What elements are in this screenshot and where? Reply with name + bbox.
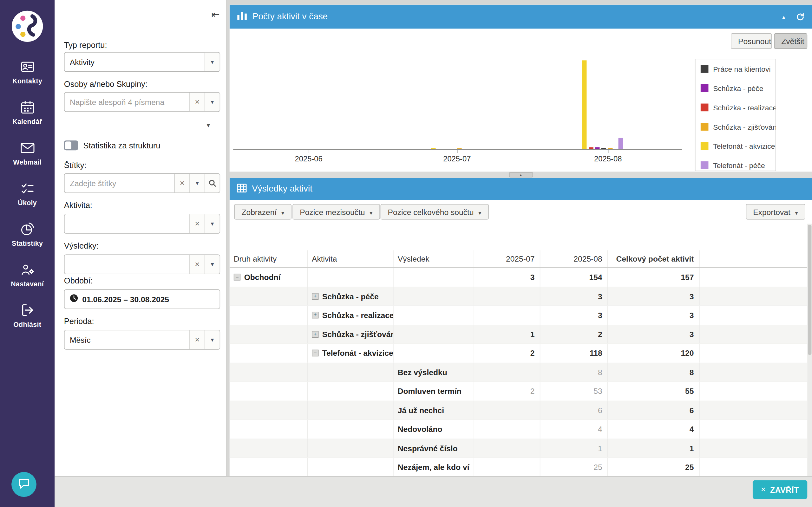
cell-filler (700, 363, 808, 382)
legend-item[interactable]: Telefonát - akvizice (695, 136, 775, 156)
legend-item[interactable]: Práce na klientovi (695, 59, 775, 79)
collapse-panel-icon[interactable]: ⇤ (211, 8, 219, 20)
sidebar-item-webmail[interactable]: Webmail (0, 132, 55, 173)
results-input[interactable] (64, 260, 190, 269)
splitter-collapse-icon[interactable]: ▴ (509, 172, 533, 177)
cell-druh-aktivity: −Obchodní (230, 268, 308, 286)
clear-icon[interactable]: × (190, 255, 205, 274)
column-header[interactable]: 2025-08 (540, 250, 608, 267)
cell-aktivita (308, 401, 394, 419)
statistiky-icon (20, 220, 35, 237)
row-label: Schůzka - realizace (322, 311, 394, 320)
collapse-row-icon[interactable]: − (234, 274, 240, 281)
chevron-down-icon[interactable]: ▾ (205, 93, 220, 111)
cell-2025-08: 3 (540, 306, 608, 324)
app-logo[interactable] (11, 10, 43, 42)
sidebar-item-statistiky[interactable]: Statistiky (0, 213, 55, 254)
footer-bar: × ZAVŘÍT (55, 476, 812, 507)
cell-2025-07: 2 (474, 382, 540, 400)
pan-button[interactable]: Posunout (731, 33, 772, 49)
table-row: Nesprávné číslo11 (230, 439, 808, 458)
collapse-row-icon[interactable]: − (312, 350, 318, 356)
panel-splitter[interactable]: ▴ (230, 172, 812, 178)
table-row: +Schůzka - realizace33 (230, 306, 808, 325)
cell-druh-aktivity (230, 306, 308, 324)
view-dropdown-button[interactable]: Zobrazení▾ (234, 204, 291, 219)
cell-aktivita (308, 439, 394, 457)
close-button[interactable]: × ZAVŘÍT (753, 481, 808, 499)
cell-2025-08: 6 (540, 401, 608, 419)
column-header[interactable]: Celkový počet aktivit (608, 250, 700, 267)
refresh-icon[interactable] (796, 12, 805, 21)
chevron-down-icon[interactable]: ▾ (205, 330, 220, 349)
clear-icon[interactable]: × (174, 174, 190, 192)
report-type-select[interactable]: Aktivity ▾ (64, 52, 220, 72)
persons-field: × ▾ (64, 92, 220, 112)
sidebar-item-kalendar[interactable]: Kalendář (0, 92, 55, 132)
chevron-down-icon: ▾ (478, 210, 481, 216)
collapse-chart-icon[interactable]: ▴ (782, 13, 786, 20)
cell-filler (700, 458, 808, 476)
clear-icon[interactable]: × (190, 330, 205, 349)
clear-icon[interactable]: × (190, 93, 205, 111)
report-type-value: Aktivity (64, 57, 204, 66)
expand-row-icon[interactable]: + (312, 331, 318, 337)
sidebar-item-kontakty[interactable]: Kontakty (0, 51, 55, 92)
sidebar-item-ukoly[interactable]: Úkoly (0, 173, 55, 213)
search-icon[interactable] (205, 174, 220, 192)
cell-2025-07 (474, 306, 540, 324)
cell-2025-07 (474, 420, 540, 438)
row-label: Nezájem, ale kdo ví (398, 463, 470, 471)
column-header[interactable]: Druh aktivity (230, 250, 308, 267)
column-header[interactable]: Výsledek (394, 250, 474, 267)
scrollbar-thumb[interactable] (808, 225, 811, 355)
legend-item[interactable]: Telefonát - péče (695, 156, 775, 171)
legend-swatch (701, 65, 709, 73)
tags-input[interactable] (64, 179, 174, 188)
odhlasit-icon (20, 301, 35, 318)
chevron-down-icon[interactable]: ▾ (205, 53, 220, 71)
date-range-value: 01.06.2025 – 30.08.2025 (82, 295, 169, 304)
chat-button[interactable] (11, 472, 37, 497)
axis-tick (457, 149, 458, 153)
cell-druh-aktivity (230, 344, 308, 362)
activity-field: × ▾ (64, 214, 220, 233)
perioda-value: Měsíc (64, 335, 190, 344)
vertical-scrollbar[interactable] (807, 224, 812, 476)
sidebar-item-odhlasit[interactable]: Odhlásit (0, 294, 55, 335)
perioda-select[interactable]: Měsíc × ▾ (64, 330, 220, 349)
legend-item[interactable]: Schůzka - péče (695, 79, 775, 98)
legend-item[interactable]: Schůzka - zjišťování (695, 117, 775, 136)
date-range-picker[interactable]: 01.06.2025 – 30.08.2025 (64, 289, 220, 309)
chevron-down-icon[interactable]: ▾ (205, 255, 220, 274)
activity-label: Aktivita: (64, 201, 92, 210)
chevron-down-icon[interactable]: ▾ (190, 174, 205, 192)
column-header[interactable]: Aktivita (308, 250, 394, 267)
legend-item[interactable]: Schůzka - realizace (695, 98, 775, 117)
clear-icon[interactable]: × (190, 214, 205, 233)
cell-2025-07: 1 (474, 325, 540, 343)
cell-2025-07 (474, 401, 540, 419)
expand-filters-icon[interactable]: ▾ (207, 121, 210, 129)
cell-druh-aktivity (230, 382, 308, 400)
legend-label: Telefonát - péče (713, 161, 765, 169)
cell-aktivita (308, 420, 394, 438)
structure-statistics-label: Statistika za strukturu (84, 141, 161, 150)
structure-statistics-toggle[interactable] (64, 140, 78, 150)
zoom-button[interactable]: Zvětšit (774, 33, 807, 49)
subtotal-position-dropdown-button[interactable]: Pozice mezisoučtu▾ (292, 204, 380, 219)
grandtotal-position-dropdown-button[interactable]: Pozice celkového součtu▾ (381, 204, 489, 219)
table-row: +Schůzka - péče33 (230, 287, 808, 306)
persons-input[interactable] (64, 98, 190, 107)
cell-vysledek: Nedovoláno (394, 420, 474, 438)
structure-statistics-row: Statistika za strukturu (64, 140, 161, 150)
expand-row-icon[interactable]: + (312, 293, 318, 299)
expand-row-icon[interactable]: + (312, 312, 318, 318)
activity-input[interactable] (64, 219, 190, 228)
export-dropdown-button[interactable]: Exportovat▾ (746, 204, 805, 219)
sidebar-item-nastaveni[interactable]: Nastavení (0, 254, 55, 294)
table-row: Já už nechci66 (230, 401, 808, 420)
column-header[interactable]: 2025-07 (474, 250, 540, 267)
cell-celkovy-pocet: 25 (608, 458, 700, 476)
chevron-down-icon[interactable]: ▾ (205, 214, 220, 233)
